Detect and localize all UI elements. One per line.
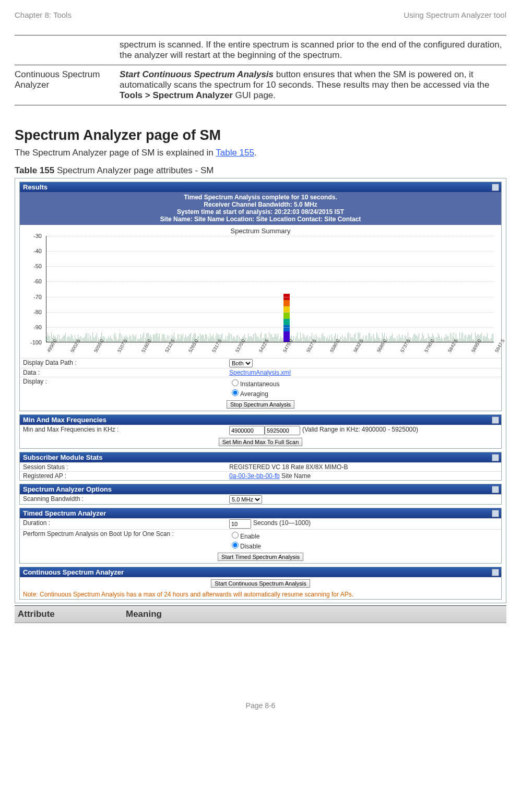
scanning-bandwidth-label: Scanning Bandwidth : bbox=[23, 495, 229, 504]
radio-input[interactable] bbox=[232, 389, 239, 396]
paragraph: The Spectrum Analyzer page of SM is expl… bbox=[15, 148, 506, 158]
timed-panel: Timed Spectrum Analyzer Duration : Secon… bbox=[19, 508, 502, 564]
status-line: System time at start of analysis: 20:22:… bbox=[20, 208, 501, 216]
table-cell: spectrum is scanned. If the entire spect… bbox=[120, 35, 506, 65]
table-cell: Start Continuous Spectrum Analysis butto… bbox=[120, 65, 506, 105]
panel-title: Spectrum Analyzer Options bbox=[23, 485, 112, 493]
instantaneous-radio[interactable]: Instantaneous bbox=[229, 380, 279, 388]
averaging-radio[interactable]: Averaging bbox=[229, 390, 268, 398]
collapse-icon[interactable] bbox=[492, 416, 499, 424]
collapse-icon[interactable] bbox=[492, 569, 499, 576]
panel-header: Continuous Spectrum Analyzer bbox=[20, 567, 501, 577]
panel-header: Subscriber Module Stats bbox=[20, 452, 501, 462]
scanning-bandwidth-select[interactable]: 5.0 MHz bbox=[229, 495, 262, 504]
status-line: Receiver Channel Bandwidth: 5.0 MHz bbox=[20, 201, 501, 208]
status-block: Timed Spectrum Analysis complete for 10 … bbox=[20, 192, 501, 225]
panel-title: Subscriber Module Stats bbox=[23, 453, 102, 461]
table-cell bbox=[15, 35, 120, 65]
intro-table: spectrum is scanned. If the entire spect… bbox=[15, 35, 506, 105]
continuous-note: Note: Continuous Spectrum Analysis has a… bbox=[20, 590, 501, 599]
start-continuous-button[interactable]: Start Continuous Spectrum Analysis bbox=[211, 579, 310, 588]
caption-number: Table 155 bbox=[15, 165, 54, 175]
full-scan-button[interactable]: Set Min And Max To Full Scan bbox=[219, 438, 303, 446]
text: . bbox=[254, 148, 257, 158]
minmax-label: Min and Max Frequencies in KHz : bbox=[23, 426, 229, 435]
panel-title: Results bbox=[23, 183, 48, 191]
radio-input[interactable] bbox=[232, 542, 239, 548]
text: GUI page. bbox=[233, 90, 276, 100]
text: The Spectrum Analyzer page of SM is expl… bbox=[15, 148, 216, 158]
display-data-path-select[interactable]: Both bbox=[229, 359, 253, 367]
stop-analysis-button[interactable]: Stop Spectrum Analysis bbox=[227, 400, 294, 409]
collapse-icon[interactable] bbox=[492, 486, 499, 493]
attribute-table-header: Attribute Meaning bbox=[15, 605, 506, 623]
section-name: Using Spectrum Analyzer tool bbox=[404, 10, 506, 19]
display-data-path-label: Display Data Path : bbox=[23, 359, 229, 367]
chapter-title: Chapter 8: Tools bbox=[15, 10, 72, 19]
chart-title: Spectrum Summary bbox=[20, 227, 501, 235]
panel-title: Min And Max Frequencies bbox=[23, 416, 106, 424]
continuous-panel: Continuous Spectrum Analyzer Start Conti… bbox=[19, 567, 502, 600]
panel-header: Spectrum Analyzer Options bbox=[20, 484, 501, 494]
start-timed-button[interactable]: Start Timed Spectrum Analysis bbox=[218, 553, 303, 561]
max-freq-input[interactable] bbox=[265, 426, 300, 435]
enable-radio[interactable]: Enable bbox=[229, 533, 259, 540]
collapse-icon[interactable] bbox=[492, 454, 499, 461]
stats-panel: Subscriber Module Stats Session Status :… bbox=[19, 452, 502, 481]
emphasis: Tools > Spectrum Analyzer bbox=[120, 90, 233, 100]
ap-site-name: Site Name bbox=[280, 472, 311, 480]
session-status-label: Session Status : bbox=[23, 463, 229, 471]
table-cell: Continuous Spectrum Analyzer bbox=[15, 65, 120, 105]
col-meaning: Meaning bbox=[123, 606, 506, 623]
duration-label: Duration : bbox=[23, 519, 229, 529]
page-number: Page 8-6 bbox=[15, 701, 506, 710]
status-line: Site Name: Site Name Location: Site Loca… bbox=[20, 216, 501, 223]
data-label: Data : bbox=[23, 369, 229, 376]
results-panel: Results Timed Spectrum Analysis complete… bbox=[19, 182, 502, 411]
spectrum-chart: -30-40-50-60-70-80-90-100 4950.05002.550… bbox=[25, 236, 496, 356]
minmax-panel: Min And Max Frequencies Min and Max Freq… bbox=[19, 414, 502, 449]
signal-spike bbox=[283, 294, 290, 342]
display-mode-label: Display : bbox=[23, 378, 229, 398]
disable-radio[interactable]: Disable bbox=[229, 543, 261, 550]
duration-input[interactable] bbox=[229, 519, 251, 529]
options-panel: Spectrum Analyzer Options Scanning Bandw… bbox=[19, 484, 502, 505]
range-note: (Valid Range in KHz: 4900000 - 5925000) bbox=[302, 426, 418, 435]
panel-header: Timed Spectrum Analyzer bbox=[20, 508, 501, 518]
panel-header: Min And Max Frequencies bbox=[20, 415, 501, 425]
table-ref-link[interactable]: Table 155 bbox=[216, 148, 254, 158]
col-attribute: Attribute bbox=[15, 606, 123, 623]
table-caption: Table 155 Spectrum Analyzer page attribu… bbox=[15, 165, 506, 176]
collapse-icon[interactable] bbox=[492, 510, 499, 517]
duration-note: Seconds (10—1000) bbox=[253, 519, 311, 529]
section-heading: Spectrum Analyzer page of SM bbox=[15, 127, 506, 144]
screenshot-container: Results Timed Spectrum Analysis complete… bbox=[15, 178, 506, 603]
ap-mac-link[interactable]: 0a-00-3e-bb-00-fb bbox=[229, 472, 280, 480]
bootscan-label: Perform Spectrum Analysis on Boot Up for… bbox=[23, 530, 229, 550]
collapse-icon[interactable] bbox=[492, 184, 499, 191]
panel-title: Timed Spectrum Analyzer bbox=[23, 509, 106, 517]
min-freq-input[interactable] bbox=[229, 426, 265, 435]
status-line: Timed Spectrum Analysis complete for 10 … bbox=[20, 194, 501, 201]
radio-input[interactable] bbox=[232, 532, 239, 539]
registered-ap-label: Registered AP : bbox=[23, 472, 229, 480]
session-status-value: REGISTERED VC 18 Rate 8X/8X MIMO-B bbox=[229, 463, 348, 471]
panel-title: Continuous Spectrum Analyzer bbox=[23, 568, 124, 576]
caption-text: Spectrum Analyzer page attributes - SM bbox=[54, 165, 214, 175]
spectrum-xml-link[interactable]: SpectrumAnalysis.xml bbox=[229, 369, 291, 376]
panel-header: Results bbox=[20, 182, 501, 192]
emphasis: Start Continuous Spectrum Analysis bbox=[120, 69, 274, 79]
radio-input[interactable] bbox=[232, 379, 239, 386]
